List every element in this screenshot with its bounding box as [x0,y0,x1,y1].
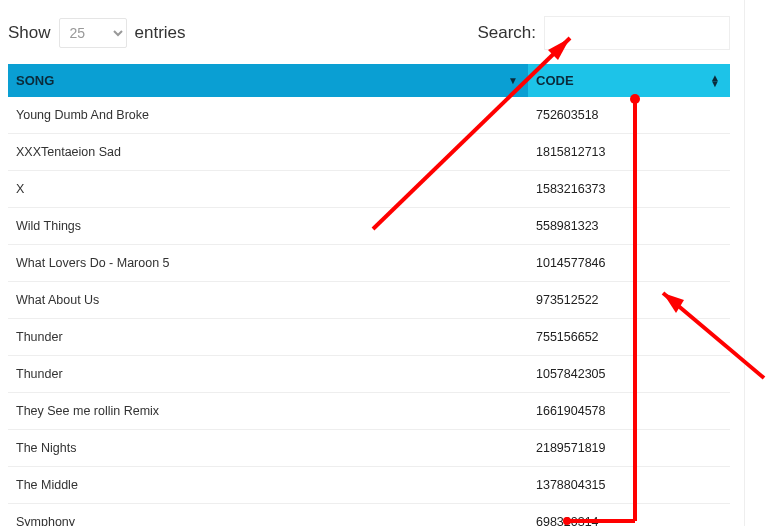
table-row[interactable]: Young Dumb And Broke752603518 [8,97,730,134]
cell-song: XXXTentaeion Sad [8,134,528,171]
cell-song: The Middle [8,467,528,504]
show-label: Show [8,23,51,43]
entries-label: entries [135,23,186,43]
cell-song: What Lovers Do - Maroon 5 [8,245,528,282]
table-row[interactable]: Wild Things558981323 [8,208,730,245]
cell-song: Wild Things [8,208,528,245]
table-body: Young Dumb And Broke752603518XXXTentaeio… [8,97,730,526]
search-label: Search: [477,23,536,43]
cell-code: 558981323 [528,208,730,245]
header-code-label: CODE [536,73,574,88]
header-code[interactable]: CODE ▲▼ [528,64,730,97]
cell-song: Young Dumb And Broke [8,97,528,134]
cell-song: Thunder [8,356,528,393]
cell-song: Thunder [8,319,528,356]
cell-song: They See me rollin Remix [8,393,528,430]
cell-code: 755156652 [528,319,730,356]
table-row[interactable]: X1583216373 [8,171,730,208]
table-row[interactable]: What Lovers Do - Maroon 51014577846 [8,245,730,282]
entries-length-control: Show 25 entries [8,18,186,48]
cell-code: 1014577846 [528,245,730,282]
cell-code: 1057842305 [528,356,730,393]
cell-code: 2189571819 [528,430,730,467]
cell-code: 752603518 [528,97,730,134]
cell-code: 1661904578 [528,393,730,430]
datatable-container: Show 25 entries Search: SONG ▼ CODE ▲▼ [0,0,738,526]
cell-code: 1583216373 [528,171,730,208]
entries-select[interactable]: 25 [59,18,127,48]
table-row[interactable]: Thunder1057842305 [8,356,730,393]
header-song[interactable]: SONG ▼ [8,64,528,97]
table-row[interactable]: Thunder755156652 [8,319,730,356]
cell-code: 1378804315 [528,467,730,504]
header-song-label: SONG [16,73,54,88]
cell-code: 973512522 [528,282,730,319]
cell-song: The Nights [8,430,528,467]
cell-song: Symphony [8,504,528,527]
table-row[interactable]: They See me rollin Remix1661904578 [8,393,730,430]
data-table: SONG ▼ CODE ▲▼ Young Dumb And Broke75260… [8,64,730,526]
sort-desc-icon: ▼ [508,78,518,84]
table-row[interactable]: XXXTentaeion Sad1815812713 [8,134,730,171]
table-row[interactable]: The Nights2189571819 [8,430,730,467]
right-margin [744,0,768,526]
sort-both-icon: ▲▼ [710,75,720,87]
table-row[interactable]: Symphony698320314 [8,504,730,527]
cell-code: 698320314 [528,504,730,527]
cell-song: X [8,171,528,208]
cell-code: 1815812713 [528,134,730,171]
header-row: SONG ▼ CODE ▲▼ [8,64,730,97]
cell-song: What About Us [8,282,528,319]
table-row[interactable]: What About Us973512522 [8,282,730,319]
search-input[interactable] [544,16,730,50]
top-controls: Show 25 entries Search: [8,10,730,64]
table-row[interactable]: The Middle1378804315 [8,467,730,504]
search-control: Search: [477,16,730,50]
